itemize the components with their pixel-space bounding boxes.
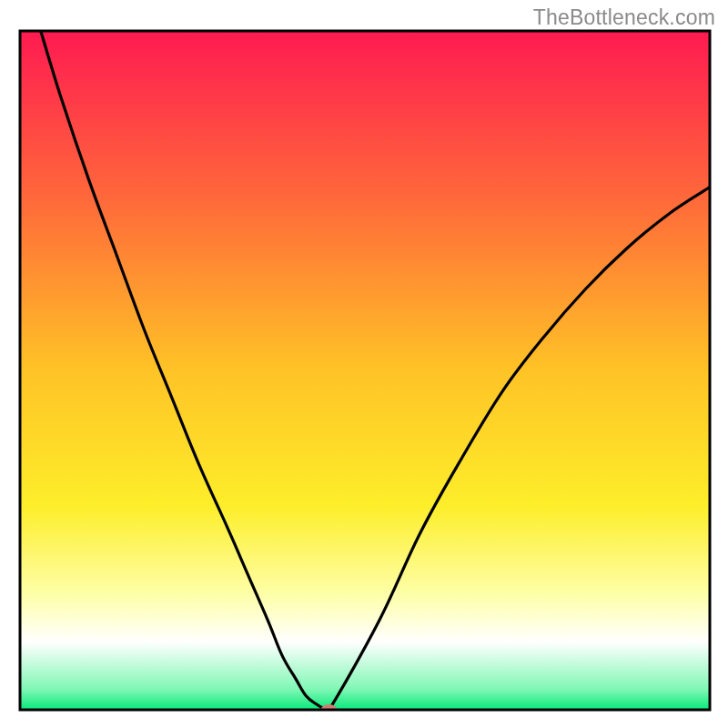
gradient-background [20,31,710,710]
bottleneck-chart [0,0,728,728]
chart-container: { "watermark": "TheBottleneck.com", "cha… [0,0,728,728]
watermark-text: TheBottleneck.com [533,5,715,30]
